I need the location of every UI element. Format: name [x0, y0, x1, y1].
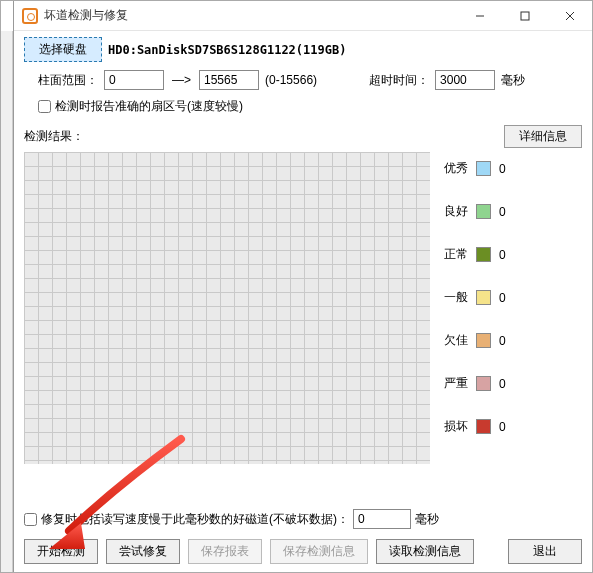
repair-include-text: 修复时包括读写速度慢于此毫秒数的好磁道(不破坏数据)：	[41, 511, 349, 528]
timeout-unit: 毫秒	[501, 72, 525, 89]
repair-include-checkbox-label[interactable]: 修复时包括读写速度慢于此毫秒数的好磁道(不破坏数据)：	[24, 511, 349, 528]
report-sector-checkbox-label[interactable]: 检测时报告准确的扇区号(速度较慢)	[38, 98, 582, 115]
timeout-input[interactable]	[435, 70, 495, 90]
legend-item: 一般0	[444, 289, 513, 306]
legend-swatch	[476, 247, 491, 262]
sector-grid	[24, 152, 430, 464]
legend-label: 欠佳	[444, 332, 468, 349]
legend-item: 正常0	[444, 246, 513, 263]
legend-item: 损坏0	[444, 418, 513, 435]
legend-item: 严重0	[444, 375, 513, 392]
select-disk-button[interactable]: 选择硬盘	[24, 37, 102, 62]
try-repair-button[interactable]: 尝试修复	[106, 539, 180, 564]
read-detect-info-button[interactable]: 读取检测信息	[376, 539, 474, 564]
report-sector-checkbox[interactable]	[38, 100, 51, 113]
legend-item: 欠佳0	[444, 332, 513, 349]
legend-label: 良好	[444, 203, 468, 220]
cylinder-end-input[interactable]	[199, 70, 259, 90]
background-app-sliver	[1, 31, 13, 572]
legend-swatch	[476, 376, 491, 391]
arrow-label: —>	[170, 73, 193, 87]
window-title: 坏道检测与修复	[44, 7, 457, 24]
titlebar: 坏道检测与修复	[14, 1, 592, 31]
minimize-button[interactable]	[457, 1, 502, 30]
legend-count: 0	[499, 377, 513, 391]
legend-count: 0	[499, 205, 513, 219]
start-detect-button[interactable]: 开始检测	[24, 539, 98, 564]
legend-label: 一般	[444, 289, 468, 306]
app-icon	[22, 8, 38, 24]
legend-swatch	[476, 333, 491, 348]
legend-swatch	[476, 161, 491, 176]
legend-label: 严重	[444, 375, 468, 392]
repair-include-checkbox[interactable]	[24, 513, 37, 526]
legend-label: 正常	[444, 246, 468, 263]
svg-rect-1	[521, 12, 529, 20]
legend-count: 0	[499, 291, 513, 305]
timeout-label: 超时时间：	[369, 72, 429, 89]
legend-label: 优秀	[444, 160, 468, 177]
dialog-window: 坏道检测与修复 选择硬盘 HD0:SanDiskSD7SB6S128G1122(…	[13, 1, 592, 572]
legend-count: 0	[499, 420, 513, 434]
detect-result-label: 检测结果：	[24, 128, 84, 145]
legend-swatch	[476, 204, 491, 219]
cylinder-start-input[interactable]	[104, 70, 164, 90]
report-sector-text: 检测时报告准确的扇区号(速度较慢)	[55, 98, 243, 115]
legend-count: 0	[499, 248, 513, 262]
close-button[interactable]	[547, 1, 592, 30]
save-detect-info-button[interactable]: 保存检测信息	[270, 539, 368, 564]
legend-label: 损坏	[444, 418, 468, 435]
detail-info-button[interactable]: 详细信息	[504, 125, 582, 148]
legend-item: 良好0	[444, 203, 513, 220]
maximize-button[interactable]	[502, 1, 547, 30]
legend-swatch	[476, 419, 491, 434]
repair-ms-input[interactable]	[353, 509, 411, 529]
legend-swatch	[476, 290, 491, 305]
save-report-button[interactable]: 保存报表	[188, 539, 262, 564]
legend-count: 0	[499, 162, 513, 176]
legend: 优秀0良好0正常0一般0欠佳0严重0损坏0	[444, 152, 513, 499]
cylinder-range-label: 柱面范围：	[38, 72, 98, 89]
legend-count: 0	[499, 334, 513, 348]
legend-item: 优秀0	[444, 160, 513, 177]
exit-button[interactable]: 退出	[508, 539, 582, 564]
cylinder-range-hint: (0-15566)	[265, 73, 317, 87]
repair-ms-unit: 毫秒	[415, 511, 439, 528]
disk-name: HD0:SanDiskSD7SB6S128G1122(119GB)	[108, 43, 346, 57]
